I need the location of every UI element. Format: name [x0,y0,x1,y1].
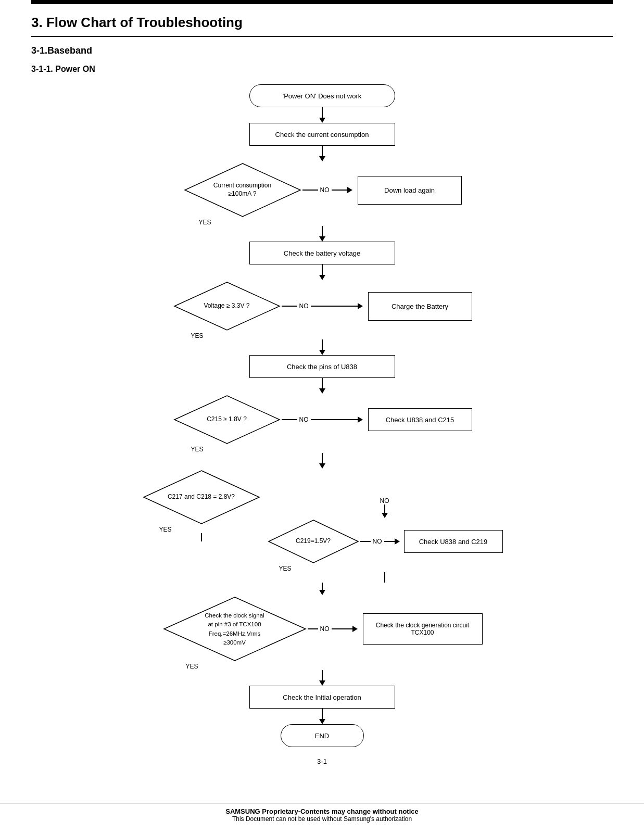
arrow-head-right-voltage [358,303,363,309]
arrow-head-right-current [347,187,352,193]
arrow-1 [319,107,325,123]
arrow-11 [319,670,325,686]
no-label-c215: NO [299,416,309,423]
arrow-head-right-clock [352,626,358,632]
yes-label-clock: YES [183,663,200,670]
yes-label-c217-text: YES [159,526,172,533]
check-clock-gen-node: Check the clock generation circuit TCX10… [363,613,483,645]
yes-label-voltage: YES [188,332,205,339]
section-divider [31,36,613,37]
yes-label-c219: YES [277,565,294,572]
yes-current-group: YES Check the battery voltage [36,219,609,280]
arrow-c219-yes [384,572,385,583]
arrow-9 [382,504,388,518]
arrow-5 [319,339,325,355]
check-pins-node: Check the pins of U838 [249,355,395,378]
diamond-c219-text: C219=1.5V? [296,537,331,546]
no-arrow-c217: NO [378,497,392,504]
no-c219-branch: NO Check U838 and C219 [360,530,503,553]
yes-voltage-group: YES Check the pins of U838 [36,332,609,394]
diamond-current-row: Current consumption ≥100mA ? NO Down loa… [36,161,609,219]
check-current-label: Check the current consumption [275,131,369,138]
charge-battery-label: Charge the Battery [392,302,448,310]
arrow-7 [319,453,325,469]
check-u838-c215-label: Check U838 and C215 [386,416,454,424]
no-label-c219: NO [373,538,382,545]
section-title: 3. Flow Chart of Troubleshooting [31,15,613,31]
yes-label-voltage-text: YES [191,332,203,339]
check-battery-label: Check the battery voltage [284,249,360,257]
yes-label-c215-text: YES [191,446,203,453]
arrow-10 [319,583,325,595]
diamond-c215: C215 ≥ 1.8V ? [172,394,282,446]
download-again-label: Down load again [384,186,435,194]
diamond-voltage-text: Voltage ≥ 3.3V ? [204,302,250,310]
arrow-head-right-c219 [395,538,400,545]
subsubsection-title: 3-1-1. Power ON [31,65,613,74]
arrow-2 [319,146,325,161]
fc-start-group: 'Power ON' Does not work Check the curre… [36,84,609,161]
footer: SAMSUNG Proprietary-Contents may change … [0,803,644,823]
no-label-current: NO [320,186,330,194]
c217-column: C217 and C218 = 2.8V? YES [142,469,261,541]
diamond-c217-text: C217 and C218 = 2.8V? [168,493,235,501]
no-label-clock: NO [320,625,330,633]
download-again-node: Down load again [358,176,462,205]
arrow-4 [319,264,325,280]
top-border [31,0,613,4]
diamond-clock-row: Check the clock signal at pin #3 of TCX1… [36,595,609,663]
arrow-8 [201,533,202,541]
footer-line1: SAMSUNG Proprietary-Contents may change … [0,807,644,815]
arrow-3 [319,226,325,242]
check-battery-node: Check the battery voltage [249,242,395,264]
yes-label-c219-text: YES [279,565,292,572]
diamond-clock-text: Check the clock signal at pin #3 of TCX1… [198,611,271,647]
diamond-c215-text: C215 ≥ 1.8V ? [207,415,247,424]
end-node: END [281,724,364,747]
check-initial-node: Check the Initial operation [249,686,395,709]
no-branch-voltage: NO Charge the Battery [282,292,472,321]
page-number: 3-1 [36,758,609,765]
no-branch-c215: NO Check U838 and C215 [282,408,472,431]
yes-label-clock-text: YES [185,663,198,670]
no-label-voltage: NO [299,302,309,310]
subsection-title: 3-1.Baseband [31,45,613,56]
check-u838-c219-node: Check U838 and C219 [404,530,503,553]
yes-label-c215: YES [188,446,205,453]
check-u838-c215-node: Check U838 and C215 [368,408,472,431]
charge-battery-node: Charge the Battery [368,292,472,321]
check-initial-label: Check the Initial operation [283,693,361,701]
flowchart: 'Power ON' Does not work Check the curre… [36,84,609,765]
diamond-voltage-row: Voltage ≥ 3.3V ? NO Charge the Battery [36,280,609,332]
arrow-6 [319,378,325,394]
page: 3. Flow Chart of Troubleshooting 3-1.Bas… [0,0,644,833]
diamond-c217-section: C217 and C218 = 2.8V? YES NO [36,469,609,583]
yes-label-current-text: YES [198,219,211,226]
start-node: 'Power ON' Does not work [249,84,395,107]
diamond-clock: Check the clock signal at pin #3 of TCX1… [162,595,308,663]
check-u838-c219-label: Check U838 and C219 [419,538,488,546]
yes-c215-group: YES [36,446,609,469]
diamond-c215-row: C215 ≥ 1.8V ? NO Check U838 and C215 [36,394,609,446]
footer-line2: This Document can not be used without Sa… [0,815,644,823]
yes-label-current: YES [196,219,213,226]
arrow-12 [319,709,325,724]
check-pins-label: Check the pins of U838 [287,363,357,371]
no-branch-current: NO Down load again [302,176,462,205]
diamond-voltage: Voltage ≥ 3.3V ? [172,280,282,332]
no-branch-clock: NO Check the clock generation circuit TC… [308,613,483,645]
diamond-c219: C219=1.5V? [267,518,360,565]
diamond-current: Current consumption ≥100mA ? [183,161,302,219]
arrow-head-right-c215 [358,416,363,423]
check-current-node: Check the current consumption [249,123,395,146]
yes-clock-group: YES Check the Initial operation END [36,663,609,747]
c219-row: C219=1.5V? NO Check U838 and C219 [267,518,503,565]
check-clock-gen-label: Check the clock generation circuit TCX10… [376,622,469,636]
no-label-c217: NO [380,497,389,504]
yes-label-c217: YES [157,526,174,533]
start-label: 'Power ON' Does not work [283,92,362,100]
no-c217-branch: NO C219=1.5V? [267,497,503,583]
diamond-current-text: Current consumption ≥100mA ? [213,182,271,198]
merge-clock-group [36,583,609,595]
diamond-c217: C217 and C218 = 2.8V? [142,469,261,526]
